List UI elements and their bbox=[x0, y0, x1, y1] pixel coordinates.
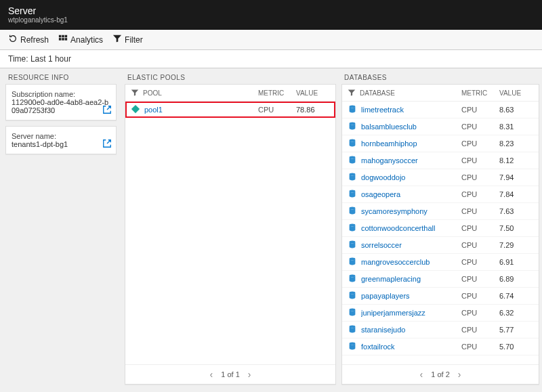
pager-next-button[interactable]: › bbox=[248, 369, 251, 380]
database-row[interactable]: greenmapleracing CPU 6.89 bbox=[342, 271, 539, 288]
page-subtitle: wtploganalytics-bg1 bbox=[8, 16, 534, 24]
database-row[interactable]: limetreetrack CPU 8.63 bbox=[342, 102, 539, 118]
database-metric: CPU bbox=[461, 123, 495, 131]
pager-status: 1 of 1 bbox=[221, 370, 240, 378]
elastic-pool-row[interactable]: pool1 CPU 78.86 bbox=[125, 102, 335, 118]
database-name: osageopera bbox=[361, 190, 457, 198]
open-in-new-icon[interactable] bbox=[102, 139, 112, 150]
database-metric: CPU bbox=[461, 343, 495, 351]
databases-heading: DATABASES bbox=[341, 74, 539, 84]
database-icon bbox=[348, 155, 357, 166]
database-icon bbox=[348, 274, 357, 284]
database-row[interactable]: mangrovesoccerclub CPU 6.91 bbox=[342, 254, 539, 271]
database-name: foxtailrock bbox=[361, 343, 457, 351]
database-row[interactable]: staranisejudo CPU 5.77 bbox=[342, 322, 539, 339]
pager-next-button[interactable]: › bbox=[458, 369, 461, 380]
svg-point-15 bbox=[350, 241, 356, 244]
database-row[interactable]: mahoganysoccer CPU 8.12 bbox=[342, 152, 539, 169]
main-content: RESOURCE INFO Subscription name: 112900e… bbox=[0, 68, 542, 390]
database-value: 6.89 bbox=[499, 275, 533, 283]
database-value: 7.84 bbox=[499, 190, 533, 198]
database-value: 7.29 bbox=[499, 241, 533, 249]
database-metric: CPU bbox=[461, 258, 495, 266]
database-metric: CPU bbox=[461, 326, 495, 334]
database-row[interactable]: cottonwoodconcerthall CPU 7.50 bbox=[342, 220, 539, 237]
pager-prev-button[interactable]: ‹ bbox=[210, 369, 213, 380]
server-card: Server name: tenants1-dpt-bg1 bbox=[5, 126, 117, 154]
svg-rect-3 bbox=[59, 38, 62, 41]
column-metric: METRIC bbox=[258, 89, 292, 97]
resource-info-heading: RESOURCE INFO bbox=[5, 74, 117, 84]
refresh-label: Refresh bbox=[20, 35, 49, 45]
filter-button[interactable]: Filter bbox=[112, 34, 143, 45]
elastic-pool-icon bbox=[131, 104, 140, 115]
database-value: 6.32 bbox=[499, 309, 533, 317]
column-pool: POOL bbox=[143, 89, 254, 97]
column-value: VALUE bbox=[296, 89, 330, 97]
filter-icon[interactable] bbox=[131, 89, 139, 97]
svg-point-18 bbox=[350, 292, 356, 295]
elastic-pools-column: ELASTIC POOLS POOL METRIC VALUE pool1 CP… bbox=[122, 68, 339, 390]
database-value: 8.12 bbox=[499, 156, 533, 165]
analytics-button[interactable]: Analytics bbox=[58, 34, 103, 45]
database-name: limetreetrack bbox=[361, 106, 457, 114]
database-row[interactable]: papayaplayers CPU 6.74 bbox=[342, 288, 539, 305]
databases-header: DATABASE METRIC VALUE bbox=[342, 85, 539, 102]
svg-point-17 bbox=[350, 275, 356, 278]
database-metric: CPU bbox=[461, 275, 495, 283]
analytics-label: Analytics bbox=[70, 35, 103, 45]
database-row[interactable]: balsambluesclub CPU 8.31 bbox=[342, 118, 539, 135]
database-icon bbox=[348, 172, 357, 183]
open-in-new-icon[interactable] bbox=[102, 105, 112, 116]
elastic-pools-panel: POOL METRIC VALUE pool1 CPU 78.86 ‹ 1 of… bbox=[125, 84, 336, 385]
svg-rect-2 bbox=[65, 35, 68, 38]
svg-point-16 bbox=[350, 258, 356, 261]
elastic-pools-header: POOL METRIC VALUE bbox=[125, 85, 335, 102]
database-name: cottonwoodconcerthall bbox=[361, 224, 457, 232]
database-name: staranisejudo bbox=[361, 326, 457, 334]
database-metric: CPU bbox=[461, 139, 495, 148]
database-row[interactable]: dogwooddojo CPU 7.94 bbox=[342, 169, 539, 186]
pool-name: pool1 bbox=[144, 106, 254, 114]
refresh-icon bbox=[8, 34, 18, 45]
database-value: 6.91 bbox=[499, 258, 533, 266]
pager-status: 1 of 2 bbox=[431, 370, 450, 378]
database-row[interactable]: foxtailrock CPU 5.70 bbox=[342, 339, 539, 355]
database-metric: CPU bbox=[461, 156, 495, 165]
database-row[interactable]: osageopera CPU 7.84 bbox=[342, 186, 539, 203]
time-range-bar[interactable]: Time: Last 1 hour bbox=[0, 50, 542, 68]
elastic-pools-rows: pool1 CPU 78.86 bbox=[125, 102, 335, 364]
database-row[interactable]: sycamoresymphony CPU 7.63 bbox=[342, 203, 539, 220]
database-name: hornbeamhiphop bbox=[361, 139, 457, 148]
svg-point-10 bbox=[350, 156, 356, 159]
databases-column: DATABASES DATABASE METRIC VALUE limetree… bbox=[339, 68, 542, 390]
filter-label: Filter bbox=[125, 35, 143, 45]
server-label: Server name: bbox=[12, 132, 110, 140]
database-value: 5.77 bbox=[499, 326, 533, 334]
database-name: sycamoresymphony bbox=[361, 207, 457, 215]
database-name: papayaplayers bbox=[361, 292, 457, 300]
database-icon bbox=[348, 341, 357, 352]
svg-point-20 bbox=[350, 326, 356, 328]
pager-prev-button[interactable]: ‹ bbox=[420, 369, 423, 380]
filter-icon[interactable] bbox=[348, 89, 356, 97]
database-name: juniperjammersjazz bbox=[361, 309, 457, 317]
pool-metric: CPU bbox=[258, 106, 292, 114]
svg-point-12 bbox=[350, 190, 356, 193]
database-name: balsambluesclub bbox=[361, 123, 457, 131]
svg-point-11 bbox=[350, 173, 356, 176]
database-row[interactable]: sorrelsoccer CPU 7.29 bbox=[342, 237, 539, 254]
svg-rect-5 bbox=[65, 38, 68, 41]
svg-rect-4 bbox=[62, 38, 64, 41]
refresh-button[interactable]: Refresh bbox=[8, 34, 49, 45]
subscription-card: Subscription name: 112900e0-ad0e-4ab8-ae… bbox=[5, 84, 117, 121]
database-row[interactable]: hornbeamhiphop CPU 8.23 bbox=[342, 135, 539, 152]
database-row[interactable]: juniperjammersjazz CPU 6.32 bbox=[342, 305, 539, 322]
database-metric: CPU bbox=[461, 241, 495, 249]
database-icon bbox=[348, 104, 357, 115]
filter-icon bbox=[112, 34, 122, 45]
database-icon bbox=[348, 257, 357, 267]
toolbar: Refresh Analytics Filter bbox=[0, 30, 542, 50]
database-value: 5.70 bbox=[499, 343, 533, 351]
elastic-pools-heading: ELASTIC POOLS bbox=[125, 74, 336, 84]
